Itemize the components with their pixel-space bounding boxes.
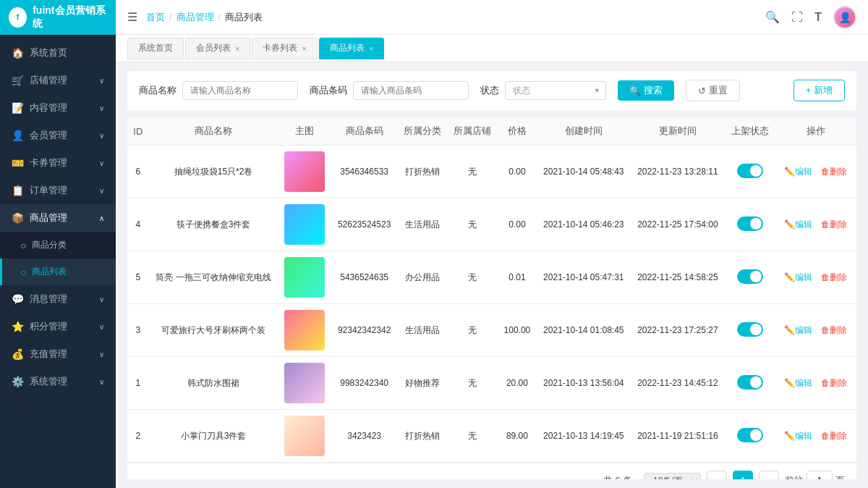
page-goto-input[interactable] — [807, 471, 833, 479]
cell-status[interactable] — [725, 251, 775, 304]
sidebar-item-coupon[interactable]: 🎫 卡券管理 ∨ — [0, 149, 116, 177]
status-toggle[interactable] — [737, 164, 763, 178]
cell-barcode: 9983242340 — [331, 357, 397, 410]
sidebar-item-points[interactable]: ⭐ 积分管理 ∨ — [0, 313, 116, 340]
tab-member-close-icon[interactable]: × — [235, 44, 239, 53]
cell-category: 打折热销 — [397, 410, 447, 463]
cell-price: 0.01 — [498, 251, 537, 304]
cell-id: 1 — [127, 357, 149, 410]
tab-coupon-list[interactable]: 卡券列表 × — [252, 38, 317, 59]
sidebar-item-recharge[interactable]: 💰 充值管理 ∨ — [0, 340, 116, 368]
add-button[interactable]: + 新增 — [793, 80, 845, 101]
sidebar-item-goods-list[interactable]: ○ 商品列表 — [0, 258, 116, 285]
edit-button[interactable]: ✏️编辑 — [781, 164, 815, 180]
cell-action: ✏️编辑 🗑删除 — [775, 304, 856, 357]
prev-page-button[interactable]: ‹ — [707, 471, 727, 479]
tab-coupon-close-icon[interactable]: × — [302, 44, 306, 53]
breadcrumb-goods[interactable]: 商品管理 — [176, 11, 214, 24]
cell-action: ✏️编辑 🗑删除 — [775, 357, 856, 410]
sidebar-logo: f fuint会员营销系统 — [0, 0, 116, 35]
sidebar-item-goods-category[interactable]: ○ 商品分类 — [0, 232, 116, 258]
status-toggle[interactable] — [737, 269, 763, 284]
cell-barcode: 3546346533 — [331, 146, 397, 198]
app-title: fuint会员营销系统 — [33, 4, 107, 30]
fullscreen-icon[interactable]: ⛶ — [791, 11, 803, 24]
sidebar-item-member[interactable]: 👤 会员管理 ∨ — [0, 122, 116, 149]
sidebar-item-order[interactable]: 📋 订单管理 ∨ — [0, 177, 116, 204]
col-price: 价格 — [498, 117, 537, 146]
product-image — [284, 416, 325, 456]
product-table: ID 商品名称 主图 商品条码 所属分类 所属店铺 价格 创建时间 更新时间 上… — [127, 117, 856, 463]
tab-goods-close-icon[interactable]: × — [369, 44, 373, 53]
sidebar: f fuint会员营销系统 🏠 系统首页 🛒 店铺管理 ∨ 📝 内容管理 ∨ 👤… — [0, 0, 116, 488]
delete-button[interactable]: 🗑删除 — [818, 270, 850, 285]
edit-button[interactable]: ✏️编辑 — [781, 217, 815, 232]
breadcrumb-home[interactable]: 首页 — [146, 11, 165, 24]
home-icon: 🏠 — [12, 47, 24, 59]
next-page-button[interactable]: › — [759, 471, 779, 479]
reset-button[interactable]: ↺ 重置 — [686, 80, 740, 101]
delete-button[interactable]: 🗑删除 — [818, 429, 850, 444]
topbar-right: 🔍 ⛶ T 👤 — [765, 6, 856, 29]
reset-icon: ↺ — [698, 85, 706, 96]
search-status-label: 状态 — [480, 84, 499, 97]
chevron-down-icon-9: ∨ — [99, 350, 104, 358]
delete-button[interactable]: 🗑删除 — [818, 376, 850, 391]
sidebar-item-shop[interactable]: 🛒 店铺管理 ∨ — [0, 67, 116, 94]
col-img: 主图 — [278, 117, 331, 146]
tab-goods-list[interactable]: 商品列表 × — [319, 38, 384, 59]
cell-action: ✏️编辑 🗑删除 — [775, 146, 856, 198]
sidebar-item-system[interactable]: ⚙️ 系统管理 ∨ — [0, 368, 116, 395]
status-toggle[interactable] — [737, 216, 763, 231]
sidebar-item-content[interactable]: 📝 内容管理 ∨ — [0, 94, 116, 122]
delete-button[interactable]: 🗑删除 — [818, 217, 850, 232]
status-toggle[interactable] — [737, 322, 763, 337]
delete-icon: 🗑 — [821, 431, 830, 441]
search-status-select[interactable]: 状态 — [505, 81, 606, 100]
status-toggle[interactable] — [737, 428, 763, 442]
cell-status[interactable] — [725, 410, 775, 463]
menu-toggle-icon[interactable]: ☰ — [127, 10, 137, 24]
delete-button[interactable]: 🗑删除 — [818, 323, 850, 338]
search-button[interactable]: 🔍 搜索 — [618, 80, 674, 101]
font-size-icon[interactable]: T — [814, 11, 822, 24]
tab-home[interactable]: 系统首页 — [127, 38, 184, 59]
chevron-up-icon: ∧ — [99, 214, 104, 222]
edit-button[interactable]: ✏️编辑 — [781, 376, 815, 391]
cell-price: 89.00 — [498, 410, 537, 463]
cell-barcode: 52623524523 — [331, 198, 397, 251]
status-toggle[interactable] — [737, 375, 763, 390]
cell-status[interactable] — [725, 357, 775, 410]
avatar[interactable]: 👤 — [833, 6, 856, 29]
search-name-input[interactable] — [182, 81, 298, 100]
tab-member-list[interactable]: 会员列表 × — [185, 38, 250, 59]
search-icon[interactable]: 🔍 — [765, 10, 780, 24]
cell-id: 5 — [127, 251, 149, 304]
cell-status[interactable] — [725, 146, 775, 198]
page-size-select[interactable]: 10条/页 20条/页 50条/页 — [644, 473, 701, 479]
cell-category: 好物推荐 — [397, 357, 447, 410]
sidebar-item-home[interactable]: 🏠 系统首页 — [0, 39, 116, 67]
reset-btn-label: 重置 — [709, 84, 728, 97]
goto-post-label: 页 — [835, 474, 845, 479]
edit-button[interactable]: ✏️编辑 — [781, 270, 815, 285]
cell-status[interactable] — [725, 198, 775, 251]
cell-store: 无 — [448, 410, 498, 463]
main-area: ☰ 首页 / 商品管理 / 商品列表 🔍 ⛶ T 👤 系统首页 会员列表 × 卡… — [116, 0, 868, 488]
goto-pre-label: 前往 — [785, 474, 804, 479]
cell-status[interactable] — [725, 304, 775, 357]
delete-button[interactable]: 🗑删除 — [818, 164, 850, 180]
topbar: ☰ 首页 / 商品管理 / 商品列表 🔍 ⛶ T 👤 — [116, 0, 868, 35]
search-icon-btn: 🔍 — [629, 85, 641, 96]
sidebar-item-goods[interactable]: 📦 商品管理 ∧ — [0, 204, 116, 232]
sidebar-item-message[interactable]: 💬 消息管理 ∨ — [0, 285, 116, 313]
cell-img — [278, 146, 331, 198]
edit-button[interactable]: ✏️编辑 — [781, 429, 815, 444]
order-icon: 📋 — [12, 185, 24, 196]
edit-button[interactable]: ✏️编辑 — [781, 323, 815, 338]
page-1-button[interactable]: 1 — [733, 471, 753, 479]
cell-category: 办公用品 — [397, 251, 447, 304]
cell-action: ✏️编辑 🗑删除 — [775, 251, 856, 304]
search-barcode-input[interactable] — [353, 81, 469, 100]
points-icon: ⭐ — [12, 321, 24, 332]
